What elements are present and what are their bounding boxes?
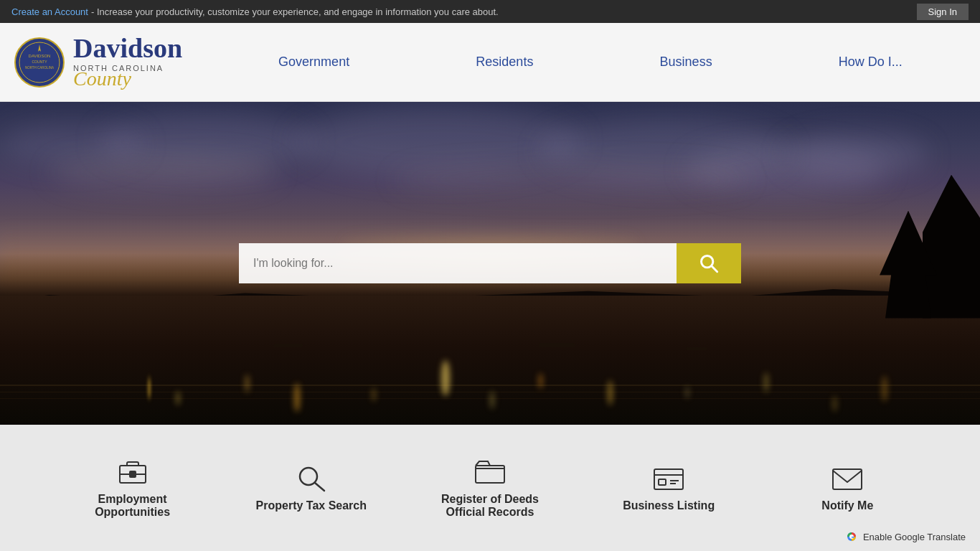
nav-residents[interactable]: Residents [461, 23, 547, 101]
business-listing-label: Business Listing [623, 499, 715, 512]
svg-text:NORTH CAROLINA: NORTH CAROLINA [25, 66, 54, 70]
top-bar: Create an Account - Increase your produc… [0, 0, 980, 23]
nav-how-do-i[interactable]: How Do I... [824, 23, 917, 101]
svg-rect-10 [130, 471, 136, 477]
id-card-icon [651, 463, 686, 492]
register-deeds-label: Register of DeedsOfficial Records [441, 493, 539, 519]
top-bar-left: Create an Account - Increase your produc… [11, 6, 499, 17]
top-bar-tagline: - Increase your productivity, customize … [91, 6, 499, 17]
create-account-link[interactable]: Create an Account [11, 6, 88, 17]
logo-area: DAVIDSON COUNTY NORTH CAROLINA Davidson … [14, 34, 215, 90]
employment-label: EmploymentOpportunities [95, 493, 170, 519]
bottom-nav-notify-me[interactable]: Notify Me [790, 463, 905, 512]
sign-in-button[interactable]: Sign In [917, 4, 969, 20]
envelope-icon [830, 463, 864, 492]
google-icon [844, 529, 859, 544]
svg-line-12 [315, 483, 324, 491]
translate-bar[interactable]: Enable Google Translate [844, 529, 966, 544]
logo-davidson: Davidson [73, 34, 182, 64]
folder-icon [473, 457, 507, 486]
search-icon [699, 253, 719, 273]
property-tax-label: Property Tax Search [256, 499, 367, 512]
svg-rect-16 [659, 479, 666, 485]
hero-water [0, 296, 980, 425]
header: DAVIDSON COUNTY NORTH CAROLINA Davidson … [0, 23, 980, 102]
bottom-nav-employment[interactable]: EmploymentOpportunities [75, 457, 190, 519]
bottom-nav: EmploymentOpportunities Property Tax Sea… [0, 425, 980, 551]
hero-section [0, 102, 980, 425]
search-bar-container [239, 243, 741, 283]
translate-label: Enable Google Translate [863, 532, 966, 542]
svg-text:DAVIDSON: DAVIDSON [29, 54, 51, 58]
nav-government[interactable]: Government [264, 23, 364, 101]
svg-rect-19 [833, 469, 862, 489]
svg-line-7 [712, 266, 717, 272]
bottom-nav-business-listing[interactable]: Business Listing [611, 463, 726, 512]
magnifier-icon [294, 463, 329, 492]
county-seal-icon: DAVIDSON COUNTY NORTH CAROLINA [14, 37, 65, 88]
search-button[interactable] [677, 243, 741, 283]
nav-business[interactable]: Business [646, 23, 727, 101]
bottom-nav-property-tax[interactable]: Property Tax Search [254, 463, 369, 512]
logo-county: County [73, 68, 182, 90]
logo-text: Davidson North Carolina County [73, 34, 182, 90]
notify-me-label: Notify Me [821, 499, 873, 512]
bottom-nav-register-deeds[interactable]: Register of DeedsOfficial Records [433, 457, 547, 519]
search-input[interactable] [239, 243, 677, 283]
briefcase-icon [116, 457, 150, 486]
main-nav: Government Residents Business How Do I..… [215, 23, 966, 101]
svg-text:COUNTY: COUNTY [32, 60, 47, 64]
